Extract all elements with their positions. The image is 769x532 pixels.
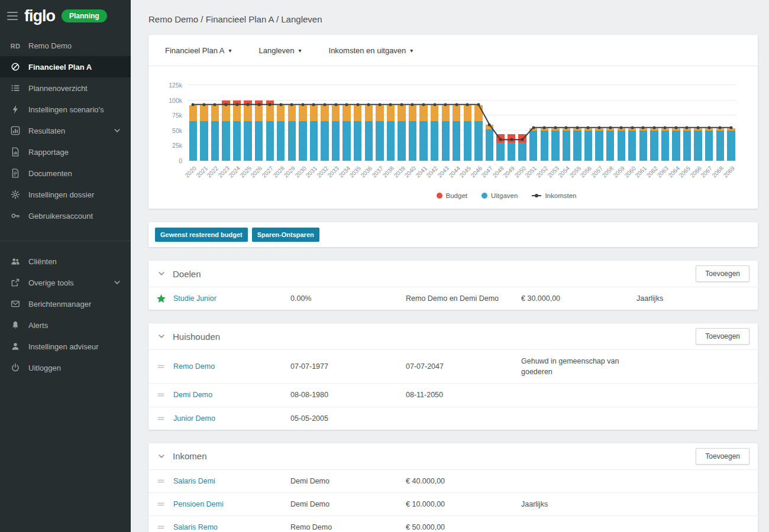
x-axis-label: 2052 [539,164,550,190]
chevron-down-icon[interactable] [157,269,166,278]
breadcrumb: Remo Demo / Financieel Plan A / Langleve… [148,0,758,35]
gewenst-resterend-budget-button[interactable]: Gewenst resterend budget [155,228,248,242]
drag-icon[interactable] [156,523,166,532]
bar-slot [561,85,572,161]
y-axis-label: 25k [172,142,182,149]
sidebar-nav-primary: RDRemo DemoFinancieel Plan APlannenoverz… [0,32,131,230]
sidebar-item-financieel-plan-a[interactable]: Financieel Plan A [0,56,131,77]
bar-segment [453,105,460,122]
bar-segment [518,134,526,142]
bar-segment [288,105,296,122]
bar-2030 [299,105,306,161]
sidebar-item-alerts[interactable]: Alerts [0,314,131,336]
bar-segment [442,121,450,161]
bar-2054 [563,128,570,161]
sidebar-item-plannenoverzicht[interactable]: Plannenoverzicht [0,77,131,99]
drag-icon[interactable] [156,390,166,400]
sidebar-item-instellingen-dossier[interactable]: Instellingen dossier [0,184,131,205]
chevron-down-icon[interactable] [157,452,166,461]
row-name-link[interactable]: Salaris Remo [173,522,290,532]
section-title: Inkomen [173,451,207,461]
bar-slot [528,85,539,161]
row-name-link[interactable]: Remo Demo [173,361,290,372]
sidebar-item-clienten[interactable]: Cliënten [0,251,131,272]
chevron-down-icon[interactable] [157,332,166,341]
toevoegen-button[interactable]: Toevoegen [696,265,749,282]
chart: 025k50k75k100k125k 202020212022202320242… [148,66,758,209]
x-axis-label: 2036 [363,164,374,190]
sidebar-item-gebruikersaccount[interactable]: Gebruikersaccount [0,205,131,226]
bar-slot [264,85,276,161]
chevron-down-icon: ▾ [410,47,413,54]
sidebar-item-uitloggen[interactable]: Uitloggen [0,357,131,378]
drag-icon[interactable] [156,362,166,371]
bar-slot [276,85,287,161]
table-row: Remo Demo07-07-197707-07-2047Gehuwd in g… [148,349,758,383]
bar-2044 [453,105,460,161]
bar-2069 [727,128,735,161]
bar-segment [376,121,383,161]
legend-item-budget[interactable]: Budget [437,192,467,199]
row-name-link[interactable]: Salaris Demi [173,476,290,486]
bar-segment [365,121,373,161]
sidebar-item-resultaten[interactable]: Resultaten [0,120,131,141]
sidebar-item-label: Uitloggen [28,364,122,372]
bar-slot [429,85,440,161]
bar-segment [694,131,702,161]
sidebar-item-overige-tools[interactable]: Overige tools [0,272,131,293]
bar-slot [243,85,254,161]
bar-segment [266,121,274,161]
legend-label: Inkomsten [545,192,576,199]
bar-slot [627,85,638,161]
drag-icon[interactable] [156,476,166,486]
toevoegen-button[interactable]: Toevoegen [696,448,749,465]
row-name-link[interactable]: Demi Demo [173,390,290,400]
legend-item-uitgaven[interactable]: Uitgaven [482,192,518,199]
sidebar-item-label: Financieel Plan A [28,63,122,72]
toolbar-dropdown-langleven[interactable]: Langleven▾ [259,46,301,55]
bar-slot [572,85,583,161]
bar-slot [209,85,221,161]
row-name-link[interactable]: Pensioen Demi [173,499,290,510]
bar-2063 [661,128,669,161]
sidebar-item-instellingen-scenarios[interactable]: Instellingen scenario's [0,99,131,120]
bar-segment [628,131,636,161]
sidebar-item-remo-demo[interactable]: RDRemo Demo [0,35,131,56]
bar-2046 [474,105,482,161]
sidebar-item-label: Alerts [28,321,122,330]
bar-2025 [244,100,251,161]
bar-segment [222,100,230,105]
drag-icon[interactable] [156,414,166,423]
drag-icon[interactable] [156,499,166,509]
circle-slash-icon [10,62,21,72]
sidebar-item-documenten[interactable]: Documenten [0,163,131,184]
bar-slot [298,85,309,161]
bar-segment [442,105,450,122]
chevron-down-icon: ▾ [228,47,231,54]
toolbar-dropdown-financieel-plan-a[interactable]: Financieel Plan A▾ [165,46,231,55]
bar-segment [551,131,559,161]
bar-segment [211,121,219,161]
row-icon-cell [148,476,173,486]
x-axis-label: 2027 [264,164,276,190]
toevoegen-button[interactable]: Toevoegen [696,328,749,345]
sidebar-item-instellingen-adviseur[interactable]: Instellingen adviseur [0,336,131,357]
row-name-link[interactable]: Junior Demo [173,413,290,424]
sparen-ontsparen-button[interactable]: Sparen-Ontsparen [252,228,319,242]
bar-segment [508,142,515,161]
sidebar-item-rapportage[interactable]: Rapportage [0,141,131,163]
bar-segment [189,121,197,161]
legend-item-inkomsten[interactable]: Inkomsten [532,192,576,199]
sidebar-item-berichtenmanager[interactable]: Berichtenmanager [0,293,131,314]
bar-2034 [343,105,350,161]
row-name-link[interactable]: Studie Junior [173,293,290,304]
bar-slot [605,85,616,161]
bar-2020 [189,105,197,161]
hamburger-menu-icon[interactable] [7,12,18,20]
bar-slot [308,85,319,161]
bar-2024 [233,100,241,161]
row-cell: Jaarlijks [636,293,758,304]
bar-segment [222,121,230,161]
row-cell: 07-07-1977 [290,361,406,372]
toolbar-dropdown-inkomsten-en-uitgaven[interactable]: Inkomsten en uitgaven▾ [329,46,413,55]
